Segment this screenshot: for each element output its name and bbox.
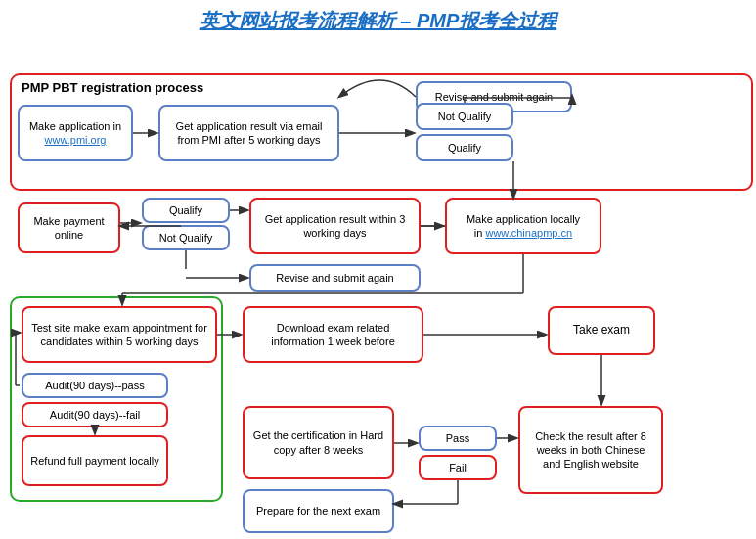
make-application-local-box: Make application locallyin www.chinapmp.… — [445, 198, 601, 254]
not-qualify-2-box: Not Qualify — [142, 225, 230, 250]
get-result-3days-box: Get application result within 3 working … — [249, 198, 421, 254]
take-exam-box: Take exam — [548, 306, 655, 355]
fail-box: Fail — [419, 455, 497, 480]
check-result-box: Check the result after 8 weeks in both C… — [518, 406, 663, 494]
audit-fail-box: Audit(90 days)--fail — [22, 402, 168, 427]
qualify-2-box: Qualify — [142, 198, 230, 223]
revise-submit-2-box: Revise and submit again — [249, 264, 421, 292]
download-info-box: Download exam related information 1 week… — [243, 306, 423, 363]
pmi-link[interactable]: www.pmi.org — [45, 134, 107, 146]
flow-container: PMP PBT registration process Make applic… — [10, 44, 746, 523]
make-application-box: Make application in www.pmi.org — [18, 105, 133, 161]
not-qualify-1-box: Not Qualify — [416, 103, 513, 130]
page-title: 英文网站报考流程解析 – PMP报考全过程 — [10, 8, 746, 34]
frame-label: PMP PBT registration process — [16, 76, 209, 101]
chinapmp-link[interactable]: www.chinapmp.cn — [485, 227, 572, 239]
test-site-box: Test site make exam appointment for cand… — [22, 306, 217, 363]
get-certification-box: Get the certification in Hard copy after… — [243, 406, 394, 479]
page: 英文网站报考流程解析 – PMP报考全过程 PMP PBT registrati… — [0, 0, 756, 539]
audit-pass-box: Audit(90 days)--pass — [22, 373, 168, 398]
pass-box: Pass — [419, 426, 497, 451]
refund-box: Refund full payment locally — [22, 435, 168, 486]
qualify-1-box: Qualify — [416, 134, 513, 161]
get-result-email-box: Get application result via email from PM… — [158, 105, 339, 161]
make-payment-box: Make payment online — [18, 202, 120, 253]
prepare-next-box: Prepare for the next exam — [243, 489, 394, 533]
